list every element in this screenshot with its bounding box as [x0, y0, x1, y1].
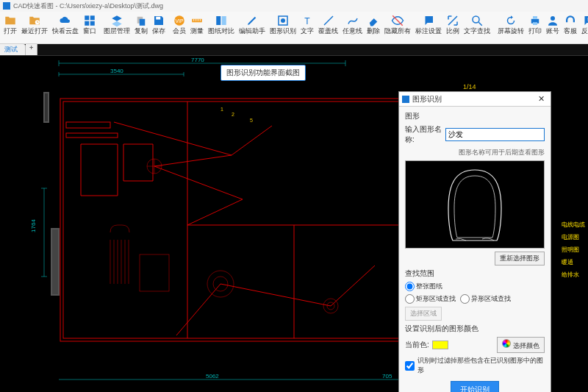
- svg-rect-55: [60, 99, 413, 341]
- toolbar-cloud[interactable]: 快看云盘: [50, 13, 81, 43]
- svg-line-78: [154, 166, 243, 199]
- toolbar-cover-line[interactable]: 覆盖线: [316, 13, 340, 43]
- shape-preview: [405, 160, 545, 249]
- windows-icon: [83, 14, 96, 27]
- toolbar-folder[interactable]: 打开: [1, 13, 19, 43]
- rail-item[interactable]: 电源图: [562, 233, 585, 241]
- toolbar-copy[interactable]: 复制: [132, 13, 150, 43]
- toolbar-annotation[interactable]: 标注设置: [413, 13, 444, 43]
- toolbar-vip[interactable]: VIP会员: [171, 13, 188, 43]
- toolbar-layers[interactable]: 图层管理: [101, 13, 132, 43]
- svg-rect-16: [216, 16, 220, 25]
- svg-rect-17: [222, 16, 226, 25]
- svg-line-77: [154, 155, 232, 166]
- svg-line-76: [114, 122, 232, 155]
- toolbar-compare[interactable]: 图纸对比: [206, 13, 237, 43]
- tab-active[interactable]: 测试: [0, 44, 26, 55]
- svg-line-79: [232, 126, 272, 155]
- svg-rect-4: [90, 21, 95, 26]
- rotate-icon: [504, 14, 517, 27]
- toolbar-find[interactable]: 文字查找: [462, 13, 492, 43]
- svg-text:1764: 1764: [30, 219, 37, 232]
- svg-line-81: [176, 284, 220, 335]
- toolbar-text[interactable]: T文字: [298, 13, 316, 43]
- edit-help-icon: [245, 14, 259, 27]
- svg-line-24: [478, 22, 482, 26]
- copy-icon: [135, 14, 148, 27]
- dialog-titlebar[interactable]: 图形识别 ✕: [399, 92, 551, 107]
- svg-line-21: [324, 16, 333, 25]
- toolbar-scale[interactable]: 比例: [444, 13, 462, 43]
- dialog-title: 图形识别: [412, 94, 442, 104]
- svg-rect-1: [85, 15, 89, 20]
- svg-rect-56: [63, 101, 410, 338]
- svg-rect-7: [156, 17, 160, 20]
- svg-text:7770: 7770: [191, 57, 204, 63]
- rail-item[interactable]: 给排水: [562, 271, 585, 279]
- svg-rect-85: [44, 93, 49, 122]
- svg-point-19: [281, 18, 285, 23]
- close-icon[interactable]: ✕: [535, 94, 548, 104]
- svg-text:705: 705: [382, 373, 392, 379]
- svg-rect-6: [140, 19, 146, 26]
- color-label: 当前色:: [405, 340, 429, 350]
- screenshot-annotation: 图形识别功能界面截图: [220, 65, 306, 81]
- reselect-shape-button[interactable]: 重新选择图形: [495, 252, 545, 266]
- layer-rail: 电线电缆电源图照明图暖通给排水: [559, 218, 588, 282]
- filter-checkbox[interactable]: 识别时过滤掉那些包含在已识别图形中的图形: [405, 356, 545, 375]
- toolbar-recognize[interactable]: 图形识别: [268, 13, 298, 43]
- annotation-icon: [422, 14, 435, 27]
- svg-line-83: [331, 266, 375, 306]
- account-icon: [546, 14, 559, 27]
- toolbar-support[interactable]: 客服: [562, 13, 579, 43]
- vip-icon: VIP: [173, 14, 186, 27]
- toolbar-eraser[interactable]: 删除: [365, 13, 382, 43]
- name-hint: 图形名称可用于后期查看图形: [405, 148, 545, 157]
- toolbar-ruler[interactable]: 测量: [188, 13, 206, 43]
- cad-canvas[interactable]: 7770 3540 1764 5062 705 5000 1/14: [0, 56, 588, 392]
- free-line-icon: [346, 14, 359, 27]
- scope-opt-poly[interactable]: 异形区域查找: [460, 294, 511, 304]
- layers-icon: [110, 14, 123, 27]
- save-icon: [152, 14, 165, 27]
- rail-item[interactable]: 暖通: [562, 258, 585, 266]
- text-icon: T: [301, 14, 314, 27]
- eraser-icon: [367, 14, 380, 27]
- color-wheel-icon: [502, 339, 511, 348]
- cover-line-icon: [322, 14, 335, 27]
- toolbar-folder-clock[interactable]: 最近打开: [19, 13, 50, 43]
- rail-item[interactable]: 照明图: [562, 246, 585, 254]
- cloud-icon: [59, 14, 72, 27]
- svg-rect-68: [140, 254, 169, 291]
- main-toolbar: 打开最近打开快看云盘窗口图层管理复制保存VIP会员测量图纸对比编辑助手图形识别T…: [0, 12, 588, 44]
- select-color-button[interactable]: 选择颜色: [497, 337, 545, 353]
- toolbar-hide-all[interactable]: 隐藏所有: [382, 13, 413, 43]
- shape-name-input[interactable]: [445, 128, 545, 141]
- toolbar-edit-help[interactable]: 编辑助手: [237, 13, 268, 43]
- svg-rect-60: [66, 122, 110, 128]
- toolbar-windows[interactable]: 窗口: [81, 13, 98, 43]
- toolbar-rotate[interactable]: 屏幕旋转: [495, 13, 526, 43]
- color-title: 设置识别后的图形颜色: [405, 324, 545, 334]
- toolbar-feedback[interactable]: !反馈: [579, 13, 588, 43]
- svg-text:5: 5: [250, 118, 253, 123]
- svg-rect-27: [533, 22, 537, 25]
- svg-text:1: 1: [220, 107, 223, 112]
- tab-add[interactable]: +: [26, 44, 37, 55]
- rail-item[interactable]: 电线电缆: [562, 221, 585, 229]
- scale-icon: [446, 14, 459, 27]
- shape-recognition-dialog: 图形识别 ✕ 图形 输入图形名称: 图形名称可用于后期查看图形 重新选择图形 查…: [398, 91, 551, 392]
- toolbar-free-line[interactable]: 任意线: [340, 13, 365, 43]
- name-label: 输入图形名称:: [405, 124, 442, 145]
- folder-icon: [4, 14, 17, 27]
- app-icon: [3, 2, 10, 10]
- select-area-button: 选择区域: [405, 307, 442, 321]
- document-tab-bar: 测试 +: [0, 44, 588, 56]
- toolbar-print[interactable]: 打印: [526, 13, 544, 43]
- start-recognition-button[interactable]: 开始识别: [451, 381, 499, 392]
- toolbar-account[interactable]: 账号: [544, 13, 562, 43]
- svg-point-28: [551, 16, 555, 21]
- scope-opt-whole[interactable]: 整张图纸: [405, 282, 442, 291]
- scope-opt-rect[interactable]: 矩形区域查找: [405, 294, 456, 304]
- toolbar-save[interactable]: 保存: [150, 13, 168, 43]
